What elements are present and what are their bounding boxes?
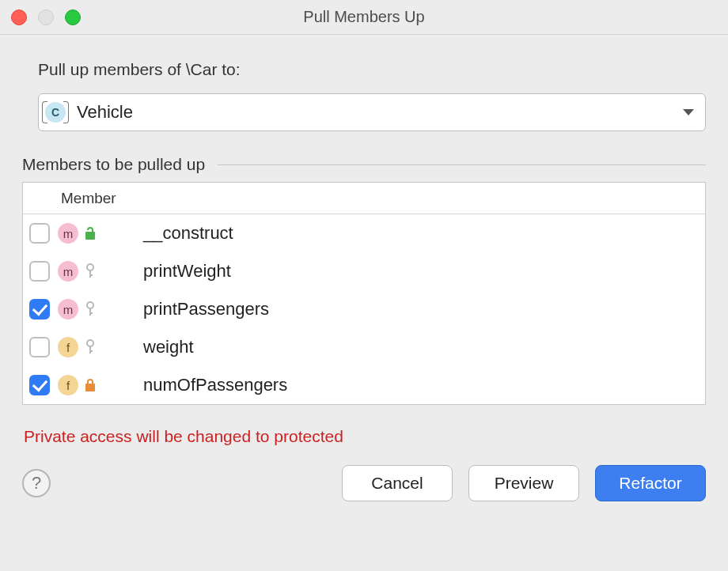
pull-up-prompt: Pull up members of \Car to: [38,60,706,79]
svg-point-0 [87,264,93,270]
close-window-button[interactable] [11,9,27,25]
member-checkbox[interactable] [29,223,50,244]
method-icon: m [58,223,78,244]
protected-visibility-icon [83,263,97,279]
refactor-button[interactable]: Refactor [595,465,706,501]
svg-rect-8 [89,350,93,352]
protected-visibility-icon [83,301,97,317]
cancel-button[interactable]: Cancel [342,465,453,501]
private-visibility-icon [83,377,97,393]
svg-rect-1 [89,270,91,278]
members-section-label: Members to be pulled up [22,155,205,174]
help-button[interactable]: ? [22,469,51,497]
member-column-header: Member [58,190,116,207]
class-icon: C [45,102,66,123]
target-class-name: Vehicle [77,102,133,123]
method-icon: m [58,299,78,320]
member-checkbox[interactable] [29,337,50,357]
table-header: Member [23,183,705,214]
member-name: weight [143,337,194,357]
svg-rect-2 [89,274,93,276]
zoom-window-button[interactable] [65,9,81,25]
field-icon: f [58,375,78,395]
minimize-window-button [38,9,54,25]
member-checkbox[interactable] [29,299,50,320]
table-row: fweight [23,328,705,366]
titlebar: Pull Members Up [0,0,728,35]
chevron-down-icon [683,109,694,115]
member-name: numOfPassengers [143,375,287,395]
member-name: printWeight [143,261,231,282]
svg-rect-7 [89,346,91,354]
target-class-dropdown[interactable]: C Vehicle [38,93,706,131]
method-icon: m [58,261,78,282]
access-warning: Private access will be changed to protec… [24,427,706,446]
window-controls [11,9,81,25]
table-row: mprintWeight [23,252,705,290]
table-row: mprintPassengers [23,290,705,328]
svg-point-6 [87,340,93,346]
member-name: __construct [143,223,233,244]
svg-rect-5 [89,312,93,314]
members-section-header: Members to be pulled up [22,155,706,174]
member-checkbox[interactable] [29,375,50,395]
member-checkbox[interactable] [29,261,50,282]
member-name: printPassengers [143,299,269,320]
svg-point-3 [87,302,93,308]
field-icon: f [58,337,78,357]
table-row: m__construct [23,214,705,252]
members-table: Member m__constructmprintWeightmprintPas… [22,182,706,405]
window-title: Pull Members Up [303,8,424,26]
preview-button[interactable]: Preview [468,465,579,501]
table-row: fnumOfPassengers [23,366,705,404]
protected-visibility-icon [83,339,97,355]
svg-rect-4 [89,308,91,316]
public-visibility-icon [83,225,97,241]
